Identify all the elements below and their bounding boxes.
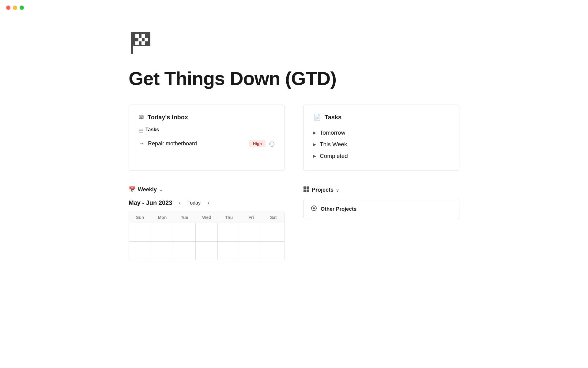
- cal-header-thu: Thu: [218, 212, 240, 223]
- svg-rect-8: [303, 186, 306, 189]
- traffic-lights: [6, 6, 24, 10]
- cal-header-sat: Sat: [262, 212, 285, 223]
- svg-rect-2: [135, 34, 139, 38]
- projects-header: Projects ∨: [303, 186, 459, 194]
- page-title: Get Things Down (GTD): [129, 67, 459, 89]
- bottom-two-col: 📅 Weekly ⌄ May - Jun 2023 ‹ Today › Sun …: [129, 186, 459, 260]
- task-row[interactable]: → Repair motherboard High ◯: [139, 137, 275, 150]
- svg-rect-4: [138, 38, 142, 41]
- task-list-item-completed[interactable]: ▶ Completed: [313, 150, 449, 162]
- cal-day-cell[interactable]: [129, 223, 151, 242]
- calendar-icon: 📅: [129, 186, 135, 193]
- cal-day-cell[interactable]: [173, 242, 196, 260]
- cal-day-cell[interactable]: [240, 242, 262, 260]
- cal-header-fri: Fri: [240, 212, 262, 223]
- cal-header-tue: Tue: [173, 212, 196, 223]
- cal-day-cell[interactable]: [218, 242, 240, 260]
- triangle-icon-completed: ▶: [313, 154, 316, 158]
- calendar-prev-button[interactable]: ‹: [177, 199, 183, 207]
- projects-grid-icon: [303, 186, 309, 194]
- tasks-icon: 📄: [313, 113, 321, 121]
- cal-day-cell[interactable]: [196, 242, 218, 260]
- svg-rect-11: [307, 190, 309, 192]
- top-two-col: ✉ Today's Inbox ☰ Tasks → Repair motherb…: [129, 105, 459, 171]
- projects-section: Projects ∨ Other Projects: [303, 186, 459, 260]
- other-projects-label: Other Projects: [321, 206, 356, 212]
- priority-badge: High: [249, 140, 266, 147]
- cal-day-cell[interactable]: [151, 223, 174, 242]
- svg-rect-9: [307, 186, 309, 189]
- maximize-button[interactable]: [20, 6, 24, 10]
- svg-rect-0: [131, 32, 133, 54]
- cal-day-cell[interactable]: [240, 223, 262, 242]
- other-projects-card[interactable]: Other Projects: [303, 199, 459, 219]
- cal-day-cell[interactable]: [262, 223, 285, 242]
- cal-header-sun: Sun: [129, 212, 151, 223]
- page-container: Get Things Down (GTD) ✉ Today's Inbox ☰ …: [80, 0, 508, 279]
- inbox-icon: ✉: [139, 113, 144, 121]
- minimize-button[interactable]: [13, 6, 17, 10]
- flag-icon: [129, 31, 153, 55]
- svg-rect-10: [303, 190, 306, 192]
- task-list-item-tomorrow[interactable]: ▶ Tomorrow: [313, 127, 449, 139]
- svg-rect-7: [141, 41, 145, 45]
- projects-chevron-icon[interactable]: ∨: [336, 188, 339, 193]
- triangle-icon-this-week: ▶: [313, 142, 316, 147]
- task-list-label-completed: Completed: [320, 153, 348, 159]
- cal-day-cell[interactable]: [196, 223, 218, 242]
- close-button[interactable]: [6, 6, 10, 10]
- cal-header-mon: Mon: [151, 212, 174, 223]
- cal-day-cell[interactable]: [151, 242, 174, 260]
- triangle-icon-tomorrow: ▶: [313, 131, 316, 135]
- tasks-list: ▶ Tomorrow ▶ This Week ▶ Completed: [313, 127, 449, 162]
- calendar-next-button[interactable]: ›: [205, 199, 211, 207]
- svg-rect-6: [135, 41, 139, 45]
- task-list-item-this-week[interactable]: ▶ This Week: [313, 139, 449, 150]
- inbox-card-title: Today's Inbox: [148, 114, 188, 121]
- tasks-card-header: 📄 Tasks: [313, 113, 449, 121]
- weekly-label: Weekly: [138, 186, 157, 193]
- task-list-label-tomorrow: Tomorrow: [320, 129, 345, 136]
- calendar-today-button[interactable]: Today: [187, 200, 201, 206]
- cal-day-cell[interactable]: [218, 223, 240, 242]
- cal-day-cell[interactable]: [173, 223, 196, 242]
- task-extra-icon: ◯: [269, 141, 275, 147]
- svg-rect-3: [141, 34, 145, 38]
- cal-header-wed: Wed: [196, 212, 218, 223]
- svg-point-13: [313, 207, 315, 209]
- page-icon: [129, 31, 459, 55]
- weekly-header: 📅 Weekly ⌄: [129, 186, 285, 193]
- inbox-tab-label[interactable]: Tasks: [145, 127, 159, 134]
- other-projects-icon: [311, 205, 317, 213]
- calendar-nav-row: May - Jun 2023 ‹ Today ›: [129, 199, 285, 207]
- list-icon: ☰: [139, 128, 143, 134]
- svg-rect-5: [145, 38, 148, 41]
- tasks-card-title: Tasks: [325, 114, 341, 121]
- cal-day-cell[interactable]: [129, 242, 151, 260]
- task-name: Repair motherboard: [148, 140, 246, 147]
- inbox-tab-row: ☰ Tasks: [139, 127, 275, 134]
- calendar-grid: Sun Mon Tue Wed Thu Fri Sat: [129, 212, 285, 260]
- cal-day-cell[interactable]: [262, 242, 285, 260]
- tasks-card: 📄 Tasks ▶ Tomorrow ▶ This Week ▶ Complet…: [303, 105, 459, 171]
- task-list-label-this-week: This Week: [320, 141, 347, 148]
- inbox-card-header: ✉ Today's Inbox: [139, 113, 275, 121]
- weekly-chevron-icon[interactable]: ⌄: [159, 187, 163, 192]
- task-arrow-icon: →: [139, 140, 144, 147]
- calendar-section: 📅 Weekly ⌄ May - Jun 2023 ‹ Today › Sun …: [129, 186, 285, 260]
- inbox-card: ✉ Today's Inbox ☰ Tasks → Repair motherb…: [129, 105, 285, 171]
- calendar-date-range: May - Jun 2023: [129, 199, 172, 206]
- projects-label: Projects: [312, 187, 334, 193]
